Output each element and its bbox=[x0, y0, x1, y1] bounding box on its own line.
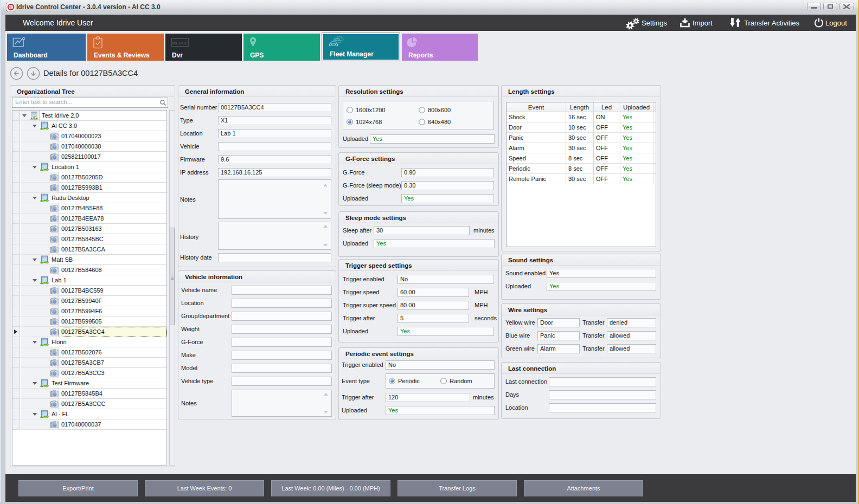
svg-text:MERGE: MERGE bbox=[172, 41, 188, 46]
